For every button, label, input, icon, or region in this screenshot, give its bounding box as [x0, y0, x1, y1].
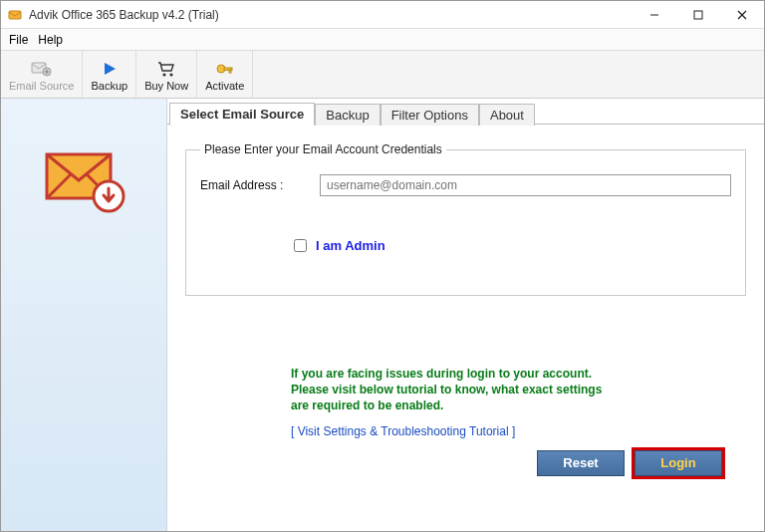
- tab-select-email-source[interactable]: Select Email Source: [169, 103, 315, 126]
- svg-marker-7: [105, 63, 116, 75]
- admin-label: I am Admin: [316, 238, 385, 253]
- play-icon: [102, 58, 118, 80]
- reset-button[interactable]: Reset: [537, 450, 625, 476]
- tab-strip: Select Email Source Backup Filter Option…: [167, 101, 764, 125]
- tab-about[interactable]: About: [479, 104, 535, 126]
- close-button[interactable]: [720, 1, 764, 29]
- content-area: Select Email Source Backup Filter Option…: [167, 99, 764, 531]
- toolbar-backup-label: Backup: [91, 80, 128, 92]
- cart-icon: [156, 58, 176, 80]
- app-window: Advik Office 365 Backup v4.2 (Trial) Fil…: [0, 0, 765, 532]
- svg-point-9: [170, 73, 173, 76]
- toolbar-buynow-label: Buy Now: [144, 80, 188, 92]
- login-button[interactable]: Login: [635, 450, 722, 476]
- toolbar-buy-now[interactable]: Buy Now: [136, 51, 197, 98]
- key-icon: [215, 58, 235, 80]
- toolbar-backup[interactable]: Backup: [83, 51, 136, 98]
- help-line1: If you are facing issues during login to…: [291, 366, 750, 382]
- app-title: Advik Office 365 Backup v4.2 (Trial): [29, 8, 633, 22]
- app-icon: [7, 7, 23, 23]
- envelope-download-icon: [39, 138, 128, 221]
- titlebar: Advik Office 365 Backup v4.2 (Trial): [1, 1, 764, 29]
- help-line2: Please visit below tutorial to know, wha…: [291, 382, 750, 398]
- body: Select Email Source Backup Filter Option…: [1, 99, 764, 531]
- credentials-group: Please Enter your Email Account Credenti…: [185, 142, 746, 296]
- menubar: File Help: [1, 29, 764, 51]
- toolbar-email-source-label: Email Source: [9, 80, 74, 92]
- select-email-source-panel: Please Enter your Email Account Credenti…: [167, 125, 764, 486]
- minimize-button[interactable]: [633, 1, 676, 29]
- tab-backup[interactable]: Backup: [315, 104, 380, 126]
- credentials-legend: Please Enter your Email Account Credenti…: [200, 142, 446, 156]
- help-text: If you are facing issues during login to…: [291, 366, 750, 414]
- email-input[interactable]: [320, 174, 731, 196]
- sidebar: [1, 99, 167, 531]
- maximize-button[interactable]: [676, 1, 720, 29]
- admin-row: I am Admin: [290, 236, 731, 255]
- button-row: Reset Login: [181, 450, 722, 476]
- tab-filter-options[interactable]: Filter Options: [381, 104, 479, 126]
- svg-rect-2: [694, 11, 702, 19]
- email-source-icon: [31, 58, 53, 80]
- help-line3: are required to be enabled.: [291, 398, 750, 413]
- tutorial-link[interactable]: [ Visit Settings & Troubleshooting Tutor…: [291, 424, 750, 438]
- admin-checkbox[interactable]: [294, 239, 307, 252]
- email-row: Email Address :: [200, 174, 731, 196]
- menu-help[interactable]: Help: [38, 33, 63, 47]
- svg-rect-12: [229, 70, 231, 73]
- toolbar-activate[interactable]: Activate: [197, 51, 253, 98]
- toolbar-activate-label: Activate: [205, 80, 244, 92]
- menu-file[interactable]: File: [9, 33, 28, 47]
- svg-point-8: [163, 73, 166, 76]
- toolbar-email-source[interactable]: Email Source: [1, 51, 83, 98]
- toolbar: Email Source Backup Buy Now: [1, 51, 764, 99]
- svg-rect-0: [9, 11, 21, 19]
- email-label: Email Address :: [200, 178, 320, 192]
